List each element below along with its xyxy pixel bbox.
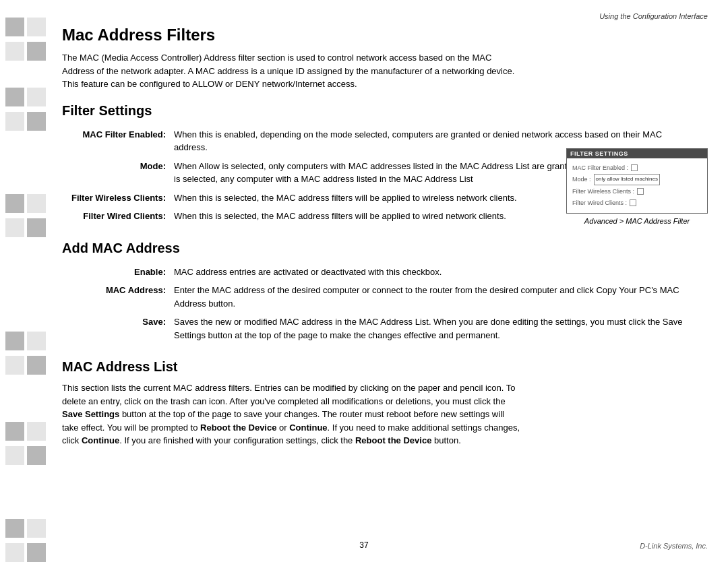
filter-panel-caption: Advanced > MAC Address Filter bbox=[566, 217, 708, 225]
sq bbox=[27, 356, 46, 375]
panel-checkbox-enabled bbox=[631, 164, 638, 171]
add-mac-row-enable: Enable: MAC address entries are activate… bbox=[62, 263, 701, 282]
sq bbox=[5, 218, 24, 237]
panel-select-mode: only allow listed machines bbox=[594, 174, 661, 185]
panel-row-mode: Mode : only allow listed machines bbox=[572, 174, 702, 185]
sq bbox=[27, 218, 46, 237]
sidebar-decoration bbox=[0, 0, 59, 562]
add-mac-value-address: Enter the MAC address of the desired com… bbox=[170, 281, 701, 313]
sq bbox=[27, 332, 46, 350]
sq bbox=[5, 88, 24, 106]
panel-row-enabled: MAC Filter Enabled : bbox=[572, 162, 702, 173]
filter-panel-title: FILTER SETTINGS bbox=[567, 149, 707, 158]
sq bbox=[5, 356, 24, 375]
panel-row-wireless: Filter Wireless Clients : bbox=[572, 186, 702, 197]
filter-label-wired: Filter Wired Clients: bbox=[62, 207, 170, 226]
panel-checkbox-wireless bbox=[637, 188, 644, 195]
add-mac-label-enable: Enable: bbox=[62, 263, 170, 282]
sq bbox=[5, 422, 24, 441]
mac-filters-body: The MAC (Media Access Controller) Addres… bbox=[62, 51, 520, 91]
sq bbox=[27, 42, 46, 61]
add-mac-table: Enable: MAC address entries are activate… bbox=[62, 263, 701, 345]
sq bbox=[27, 18, 46, 36]
sq bbox=[27, 88, 46, 106]
bold-continue-2: Continue bbox=[82, 435, 119, 445]
sq bbox=[5, 543, 24, 562]
sq bbox=[27, 446, 46, 465]
sq bbox=[27, 519, 46, 538]
filter-settings-panel: FILTER SETTINGS MAC Filter Enabled : Mod… bbox=[566, 148, 708, 225]
add-mac-value-save: Saves the new or modified MAC address in… bbox=[170, 313, 701, 344]
sq bbox=[5, 519, 24, 538]
company-name: D-Link Systems, Inc. bbox=[640, 542, 708, 550]
section-title-filter-settings: Filter Settings bbox=[62, 103, 701, 119]
page-number: 37 bbox=[359, 540, 368, 550]
sq bbox=[5, 194, 24, 213]
add-mac-label-address: MAC Address: bbox=[62, 281, 170, 313]
panel-row-wired: Filter Wired Clients : bbox=[572, 197, 702, 208]
sq bbox=[27, 543, 46, 562]
page-header-label: Using the Configuration Interface bbox=[599, 12, 708, 20]
filter-label-enabled: MAC Filter Enabled: bbox=[62, 125, 170, 157]
section-title-add-mac: Add MAC Address bbox=[62, 241, 701, 256]
sq bbox=[27, 112, 46, 131]
add-mac-row-address: MAC Address: Enter the MAC address of th… bbox=[62, 281, 701, 313]
filter-label-wireless: Filter Wireless Clients: bbox=[62, 189, 170, 208]
filter-panel-body: MAC Filter Enabled : Mode : only allow l… bbox=[567, 158, 707, 213]
sq bbox=[5, 112, 24, 131]
sq bbox=[5, 42, 24, 61]
sq bbox=[27, 422, 46, 441]
main-content: Mac Address Filters The MAC (Media Acces… bbox=[62, 0, 701, 484]
add-mac-row-save: Save: Saves the new or modified MAC addr… bbox=[62, 313, 701, 344]
bold-reboot-device-2: Reboot the Device bbox=[355, 435, 431, 445]
sq bbox=[5, 18, 24, 36]
bold-reboot-device-1: Reboot the Device bbox=[200, 423, 276, 433]
mac-list-body: This section lists the current MAC addre… bbox=[62, 381, 520, 447]
panel-checkbox-wired bbox=[630, 199, 636, 206]
add-mac-value-enable: MAC address entries are activated or dea… bbox=[170, 263, 701, 282]
sq bbox=[5, 332, 24, 350]
bold-save-settings: Save Settings bbox=[62, 409, 119, 419]
sq bbox=[27, 194, 46, 213]
add-mac-label-save: Save: bbox=[62, 313, 170, 344]
section-title-mac-list: MAC Address List bbox=[62, 359, 701, 375]
section-title-mac-filters: Mac Address Filters bbox=[62, 26, 701, 44]
bold-continue-1: Continue bbox=[289, 423, 327, 433]
sq bbox=[5, 446, 24, 465]
filter-label-mode: Mode: bbox=[62, 157, 170, 189]
